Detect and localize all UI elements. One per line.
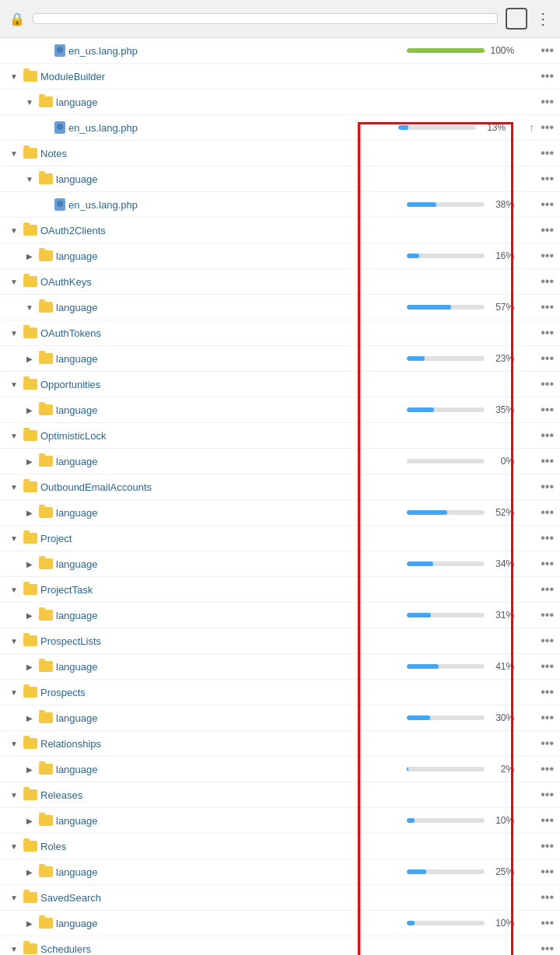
url-bar[interactable] <box>33 13 498 24</box>
chevron-down-icon[interactable] <box>8 275 20 288</box>
row-menu-dots[interactable]: ••• <box>537 42 557 59</box>
chevron-down-icon[interactable] <box>23 96 36 108</box>
folder-label[interactable]: Roles <box>40 841 413 852</box>
folder-label[interactable]: language <box>56 456 407 467</box>
row-menu-dots[interactable]: ••• <box>537 581 557 598</box>
chevron-down-icon[interactable] <box>8 789 20 801</box>
upload-icon[interactable]: ↑ <box>529 121 534 134</box>
folder-label[interactable]: language <box>56 918 407 929</box>
folder-label[interactable]: language <box>56 815 407 827</box>
folder-label[interactable]: Opportunities <box>40 379 413 390</box>
row-menu-dots[interactable]: ••• <box>537 427 557 444</box>
chevron-down-icon[interactable] <box>8 429 20 442</box>
row-menu-dots[interactable]: ••• <box>537 401 557 418</box>
chevron-down-icon[interactable] <box>8 481 20 493</box>
chevron-down-icon[interactable] <box>8 686 20 698</box>
folder-label[interactable]: language <box>56 404 407 416</box>
row-menu-dots[interactable]: ••• <box>537 940 557 955</box>
folder-label[interactable]: ProspectLists <box>40 635 413 647</box>
row-menu-dots[interactable]: ••• <box>537 530 557 547</box>
chevron-down-icon[interactable] <box>8 943 20 955</box>
row-menu-dots[interactable]: ••• <box>537 93 557 110</box>
row-menu-dots[interactable]: ••• <box>537 658 557 675</box>
folder-label[interactable]: SavedSearch <box>40 892 413 904</box>
chevron-right-icon[interactable] <box>23 660 36 673</box>
chevron-right-icon[interactable] <box>23 712 36 724</box>
folder-label[interactable]: language <box>56 764 407 775</box>
row-menu-dots[interactable]: ••• <box>537 504 557 521</box>
folder-label[interactable]: language <box>56 507 407 519</box>
chevron-down-icon[interactable] <box>8 635 20 647</box>
row-menu-dots[interactable]: ••• <box>537 68 557 85</box>
row-menu-dots[interactable]: ••• <box>537 196 557 213</box>
folder-label[interactable]: OutboundEmailAccounts <box>40 481 413 493</box>
row-menu-dots[interactable]: ••• <box>537 607 557 624</box>
chevron-right-icon[interactable] <box>23 763 36 775</box>
chevron-down-icon[interactable] <box>8 147 20 159</box>
chevron-down-icon[interactable] <box>8 327 20 339</box>
folder-label[interactable]: language <box>56 661 407 673</box>
folder-label[interactable]: language <box>56 610 407 621</box>
folder-label[interactable]: Schedulers <box>40 943 413 955</box>
folder-label[interactable]: OAuthTokens <box>40 327 413 339</box>
chevron-right-icon[interactable] <box>23 352 36 365</box>
row-menu-dots[interactable]: ••• <box>537 478 557 495</box>
folder-label[interactable]: Relationships <box>40 738 413 750</box>
row-menu-dots[interactable]: ••• <box>537 838 557 855</box>
folder-label[interactable]: OAuthKeys <box>40 276 413 288</box>
row-menu-dots[interactable]: ••• <box>537 324 557 341</box>
row-menu-dots[interactable]: ••• <box>537 247 557 264</box>
folder-label[interactable]: Notes <box>40 148 413 159</box>
row-menu-dots[interactable]: ••• <box>537 555 557 572</box>
chevron-down-icon[interactable] <box>8 840 20 852</box>
folder-label[interactable]: OAuth2Clients <box>40 225 413 236</box>
chevron-down-icon[interactable] <box>8 891 20 904</box>
row-menu-dots[interactable]: ••• <box>537 273 557 290</box>
folder-label[interactable]: language <box>56 302 407 313</box>
row-menu-dots[interactable]: ••• <box>537 632 557 649</box>
row-menu-dots[interactable]: ••• <box>537 735 557 752</box>
folder-label[interactable]: Releases <box>40 789 413 801</box>
row-menu-dots[interactable]: ••• <box>537 299 557 316</box>
chevron-down-icon[interactable] <box>8 378 20 390</box>
row-menu-dots[interactable]: ••• <box>537 453 557 470</box>
row-menu-dots[interactable]: ••• <box>537 350 557 367</box>
row-menu-dots[interactable]: ••• <box>537 889 557 906</box>
row-menu-dots[interactable]: ••• <box>537 812 557 829</box>
menu-dots-icon[interactable]: ⋮ <box>535 9 551 28</box>
folder-label[interactable]: language <box>56 173 413 185</box>
chevron-down-icon[interactable] <box>8 532 20 544</box>
chevron-right-icon[interactable] <box>23 404 36 416</box>
chevron-right-icon[interactable] <box>23 455 36 467</box>
row-menu-dots[interactable]: ••• <box>537 761 557 778</box>
row-menu-dots[interactable]: ••• <box>537 709 557 726</box>
chevron-right-icon[interactable] <box>23 609 36 621</box>
chevron-down-icon[interactable] <box>23 301 36 313</box>
folder-label[interactable]: language <box>56 558 407 570</box>
folder-label[interactable]: language <box>56 353 407 365</box>
chevron-down-icon[interactable] <box>8 737 20 750</box>
chevron-right-icon[interactable] <box>23 558 36 570</box>
row-menu-dots[interactable]: ••• <box>537 684 557 701</box>
folder-label[interactable]: language <box>56 866 407 878</box>
folder-label[interactable]: ProjectTask <box>40 584 413 596</box>
chevron-down-icon[interactable] <box>8 224 20 236</box>
tab-count[interactable] <box>506 8 527 30</box>
folder-label[interactable]: language <box>56 96 413 108</box>
folder-label[interactable]: language <box>56 250 407 262</box>
row-menu-dots[interactable]: ••• <box>537 145 557 162</box>
row-menu-dots[interactable]: ••• <box>537 863 557 880</box>
chevron-down-icon[interactable] <box>8 583 20 596</box>
folder-label[interactable]: language <box>56 712 407 724</box>
folder-label[interactable]: OptimisticLock <box>40 430 413 442</box>
row-menu-dots[interactable]: ••• <box>537 170 557 187</box>
chevron-right-icon[interactable] <box>23 250 36 262</box>
row-menu-dots[interactable]: ••• <box>537 222 557 239</box>
row-menu-dots[interactable]: ••• <box>537 786 557 803</box>
folder-label[interactable]: ModuleBuilder <box>40 71 413 82</box>
chevron-right-icon[interactable] <box>23 866 36 878</box>
row-menu-dots[interactable]: ••• <box>537 119 557 136</box>
chevron-right-icon[interactable] <box>23 917 36 929</box>
chevron-down-icon[interactable] <box>23 173 36 185</box>
folder-label[interactable]: Prospects <box>40 687 413 698</box>
